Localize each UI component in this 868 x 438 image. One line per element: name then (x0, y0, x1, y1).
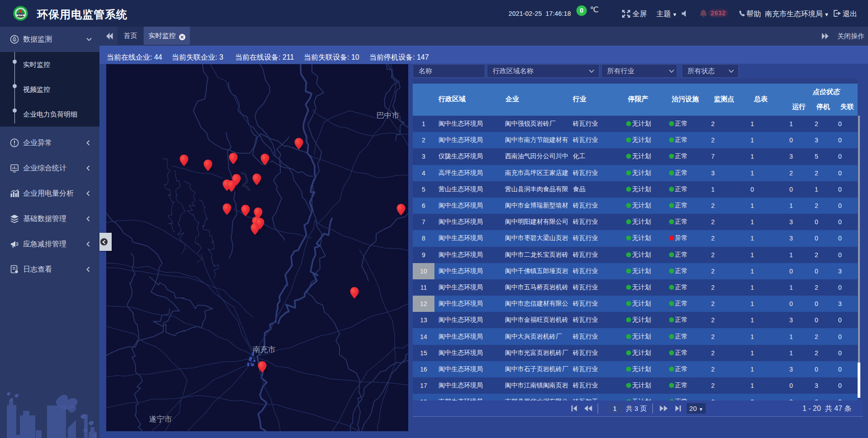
svg-text:南充市: 南充市 (253, 345, 276, 354)
svg-text:遂宁市: 遂宁市 (149, 415, 172, 424)
svg-text:巴中市: 巴中市 (377, 111, 400, 120)
